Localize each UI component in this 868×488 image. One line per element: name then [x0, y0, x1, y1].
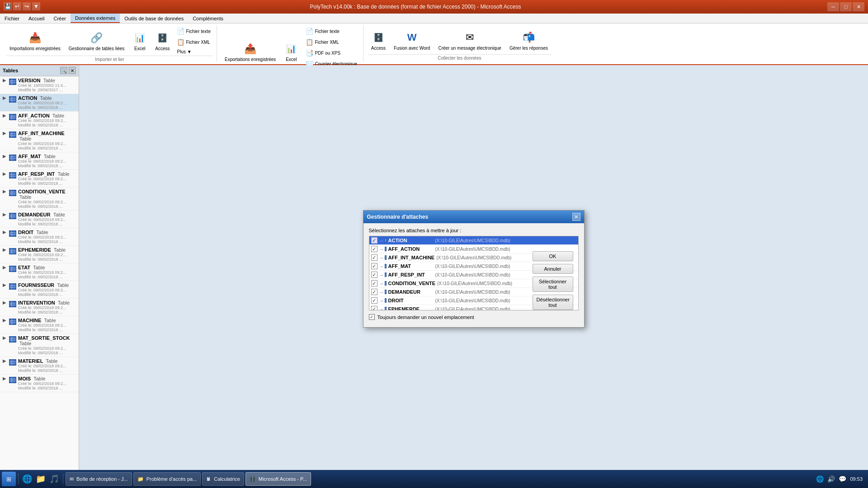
dialog-item-checkbox[interactable] — [371, 306, 377, 310]
table-expand-arrow[interactable]: ▶ — [3, 358, 6, 363]
table-item-demandeur[interactable]: ▶ DEMANDEUR Table Créé le: 09/02/2018 09… — [0, 211, 79, 228]
menu-outils-bdd[interactable]: Outils de base de données — [120, 14, 188, 23]
minimize-button[interactable]: ─ — [827, 2, 839, 11]
start-button[interactable]: ⊞ — [2, 472, 16, 486]
table-item-version[interactable]: ▶ VERSION Table Créé le: 19/02/2002 11:4… — [0, 76, 79, 94]
save-qa-button[interactable]: 💾 — [4, 2, 12, 10]
table-item-aff_int_machine[interactable]: ▶ AFF_INT_MACHINE Table Créé le: 09/02/2… — [0, 129, 79, 152]
always-ask-checkbox[interactable] — [369, 314, 375, 320]
menu-complements[interactable]: Compléments — [188, 14, 228, 23]
table-expand-arrow[interactable]: ▶ — [3, 78, 6, 83]
dialog-item-checkbox[interactable] — [371, 246, 377, 252]
tray-sound-icon[interactable]: 🔊 — [827, 475, 835, 483]
table-item-action[interactable]: ▶ ACTION Table Créé le: 09/02/2018 09:2.… — [0, 94, 79, 112]
taskbar-task-bo-te-de-r-ception---j---[interactable]: ✉Boîte de réception - J... — [66, 472, 132, 486]
table-expand-arrow[interactable]: ▶ — [3, 189, 6, 194]
taskbar-tasks: ✉Boîte de réception - J...📁Problème d'ac… — [66, 472, 311, 486]
taskbar-folder-icon[interactable]: 📁 — [34, 473, 47, 485]
table-item-intervention[interactable]: ▶ INTERVENTION Table Créé le: 09/02/2018… — [0, 299, 79, 316]
gestionnaire-icon: 🔗 — [90, 31, 104, 45]
excel-import-button[interactable]: 📊 Excel — [129, 29, 150, 53]
creer-message-button[interactable]: ✉ Créer un message électronique — [435, 28, 505, 52]
table-item-aff_action[interactable]: ▶ AFF_ACTION Table Créé le: 09/02/2018 0… — [0, 112, 79, 129]
dialog-selectionner-tout-button[interactable]: Sélectionner tout — [533, 277, 573, 292]
taskbar-task-calculatrice[interactable]: 🖩Calculatrice — [202, 472, 244, 486]
dialog-item-checkbox[interactable] — [371, 280, 377, 286]
dialog-item-checkbox[interactable] — [371, 237, 377, 244]
exportations-enregistrees-button[interactable]: 📤 Exportations enregistrées — [222, 40, 279, 64]
table-expand-arrow[interactable]: ▶ — [3, 230, 6, 235]
tray-network-icon[interactable]: 🌐 — [816, 475, 824, 483]
dialog-item-checkbox[interactable] — [371, 263, 377, 269]
table-item-fournisseur[interactable]: ▶ FOURNISSEUR Table Créé le: 09/02/2018 … — [0, 281, 79, 299]
table-expand-arrow[interactable]: ▶ — [3, 247, 6, 252]
table-expand-arrow[interactable]: ▶ — [3, 131, 6, 136]
menu-creer[interactable]: Créer — [49, 14, 71, 23]
dialog-item-action[interactable]: → ACTION (X:\10-GILE\Autres\UMCS\BDD.mdb… — [369, 236, 578, 245]
table-created-date: Créé le: 09/02/2018 09:2... — [18, 217, 76, 222]
importations-enregistrees-button[interactable]: 📥 Importations enregistrées — [6, 29, 64, 53]
table-item-ephemeride[interactable]: ▶ EPHEMERIDE Table Créé le: 09/02/2018 0… — [0, 246, 79, 263]
table-icon-mat_sortie_stock — [9, 336, 16, 343]
table-info-demandeur: DEMANDEUR Table Créé le: 09/02/2018 09:2… — [18, 212, 76, 226]
undo-qa-button[interactable]: ↩ — [13, 2, 21, 10]
table-item-etat[interactable]: ▶ ETAT Table Créé le: 09/02/2018 09:2...… — [0, 263, 79, 281]
dialog-item-checkbox[interactable] — [371, 272, 377, 278]
table-item-mat_sortie_stock[interactable]: ▶ MAT_SORTIE_STOCK Table Créé le: 09/02/… — [0, 334, 79, 357]
table-item-aff_mat[interactable]: ▶ AFF_MAT Table Créé le: 09/02/2018 09:2… — [0, 152, 79, 170]
fusion-word-button[interactable]: W Fusion avec Word — [391, 28, 433, 52]
pdf-xps-button[interactable]: 📑 PDF ou XPS — [303, 48, 359, 58]
fichier-xml-export-button[interactable]: 📋 Fichier XML — [303, 37, 359, 47]
table-expand-arrow[interactable]: ▶ — [3, 113, 6, 118]
dialog-ok-button[interactable]: OK — [533, 251, 573, 261]
dialog-item-checkbox[interactable] — [371, 254, 377, 261]
dialog-deselectionner-tout-button[interactable]: Désélectionner tout — [533, 295, 573, 310]
fichier-texte-import-button[interactable]: 📄 Fichier texte — [175, 26, 213, 36]
fichier-xml-import-button[interactable]: 📋 Fichier XML — [175, 37, 213, 47]
dialog-item-checkbox[interactable] — [371, 289, 377, 295]
dialog-close-button[interactable]: ✕ — [572, 213, 580, 221]
maximize-button[interactable]: □ — [840, 2, 852, 11]
access-collect-button[interactable]: 🗄️ Access — [368, 28, 389, 52]
gerer-reponses-button[interactable]: 📬 Gérer les réponses — [506, 28, 551, 52]
table-item-materiel[interactable]: ▶ MATERIEL Table Créé le: 09/02/2018 09:… — [0, 357, 79, 375]
taskbar-ie-icon[interactable]: 🌐 — [21, 473, 33, 485]
plus-import-button[interactable]: Plus ▼ — [175, 48, 213, 56]
menu-donnees-externes[interactable]: Données externes — [71, 14, 120, 23]
taskbar-task-probl-me-d-acc-s-pa---[interactable]: 📁Problème d'accès pa... — [133, 472, 201, 486]
table-expand-arrow[interactable]: ▶ — [3, 318, 6, 323]
menu-fichier[interactable]: Fichier — [0, 14, 24, 23]
menu-accueil[interactable]: Accueil — [24, 14, 49, 23]
table-expand-arrow[interactable]: ▶ — [3, 300, 6, 305]
gestionnaire-tables-liees-button[interactable]: 🔗 Gestionnaire de tables liées — [66, 29, 127, 53]
table-expand-arrow[interactable]: ▶ — [3, 265, 6, 270]
table-item-aff_resp_int[interactable]: ▶ AFF_RESP_INT Table Créé le: 09/02/2018… — [0, 170, 79, 188]
table-expand-arrow[interactable]: ▶ — [3, 95, 6, 100]
qa-dropdown-button[interactable]: ▼ — [32, 2, 40, 10]
taskbar-media-icon[interactable]: 🎵 — [48, 473, 61, 485]
tray-notification-icon[interactable]: 💬 — [839, 475, 846, 483]
table-expand-arrow[interactable]: ▶ — [3, 376, 6, 381]
table-expand-arrow[interactable]: ▶ — [3, 282, 6, 287]
access-import-button[interactable]: 🗄️ Access — [152, 29, 173, 53]
exportations-enregistrees-label: Exportations enregistrées — [225, 57, 276, 62]
table-item-droit[interactable]: ▶ DROIT Table Créé le: 09/02/2018 09:2..… — [0, 228, 79, 246]
fichier-texte-export-button[interactable]: 📄 Fichier texte — [303, 26, 359, 36]
table-expand-arrow[interactable]: ▶ — [3, 212, 6, 217]
table-expand-arrow[interactable]: ▶ — [3, 154, 6, 159]
table-expand-arrow[interactable]: ▶ — [3, 171, 6, 176]
dialog-annuler-button[interactable]: Annuler — [533, 264, 573, 274]
table-item-mois[interactable]: ▶ MOIS Table Créé le: 09/02/2018 09:2...… — [0, 375, 79, 392]
taskbar-task-microsoft-access---p---[interactable]: 🗄️Microsoft Access - P... — [245, 472, 311, 486]
table-item-condition_vente[interactable]: ▶ CONDITION_VENTE Table Créé le: 09/02/2… — [0, 188, 79, 211]
panel-close-button[interactable]: ✕ — [69, 67, 76, 74]
access-import-icon: 🗄️ — [155, 31, 170, 45]
table-item-machine[interactable]: ▶ MACHINE Table Créé le: 09/02/2018 09:2… — [0, 316, 79, 334]
panel-search-button[interactable]: 🔍 — [60, 67, 67, 74]
redo-qa-button[interactable]: ↪ — [23, 2, 31, 10]
table-expand-arrow[interactable]: ▶ — [3, 335, 6, 340]
excel-export-button[interactable]: 📊 Excel — [281, 40, 302, 64]
close-button[interactable]: ✕ — [853, 2, 864, 11]
dialog-item-checkbox[interactable] — [371, 297, 377, 304]
svg-rect-8 — [9, 114, 16, 120]
